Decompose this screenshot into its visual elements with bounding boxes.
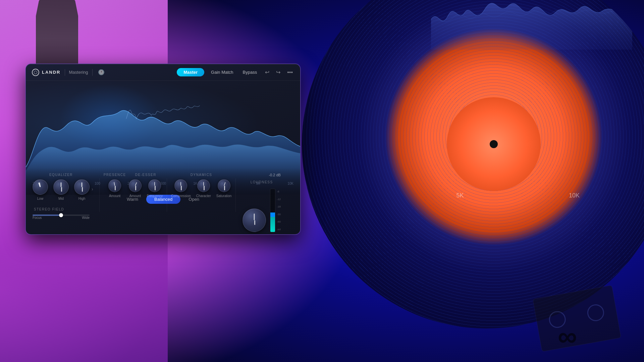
vu-fill-teal [270,217,275,232]
equalizer-section: EQUALIZER Low Mid [33,173,90,220]
deesser-amount-container: Amount [129,179,142,198]
dynamics-section: DYNAMICS Compression Character [171,173,231,198]
vu-fill-blue [270,213,275,217]
vinyl-freq-10k: 10K [569,192,580,199]
dynamics-label: DYNAMICS [171,173,231,177]
equalizer-label: EQUALIZER [33,173,90,177]
master-button[interactable]: Master [177,68,204,76]
de-esser-label: DE-ESSER [129,173,163,177]
vu-scale: -6 -12 -18 -30 -60 -inf [277,189,281,232]
deesser-freq-container: Frequency [147,179,163,198]
vinyl-waveform [431,0,632,50]
presence-amount-knob[interactable] [108,179,121,192]
bypass-button[interactable]: Bypass [240,68,260,76]
vu-meter [270,189,275,232]
plugin-header: LANDR Mastering 🕐 Master Gain Match Bypa… [26,64,300,81]
loudness-inner: Amount -6 -12 -18 -30 -60 -inf [243,189,281,235]
eq-low-knob[interactable] [33,179,48,195]
presence-amount-label: Amount [109,194,120,198]
compression-knob[interactable] [174,179,187,192]
eq-high-knob[interactable] [74,179,90,195]
eq-high-container: High [74,179,90,200]
undo-button[interactable]: ↩ [264,68,271,77]
vinyl-center-dot [490,140,498,148]
stereo-fill [33,215,62,216]
presence-amount-container: Amount [108,179,121,198]
loudness-label: LOUDNESS [243,180,281,184]
redo-button[interactable]: ↪ [275,68,282,77]
vu-meter-area: -6 -12 -18 -30 -60 -inf [270,189,281,232]
vu-label-neg12: -12 [277,198,281,201]
presence-knobs: Amount [104,179,126,198]
stereo-track [33,215,90,216]
header-separator [65,69,65,76]
expand-arrow[interactable]: › [92,186,93,192]
eq-high-label: High [78,197,86,200]
compression-label: Compression [171,194,191,198]
divider-1 [99,178,100,212]
history-button[interactable]: 🕐 [97,68,106,77]
deesser-freq-label: Frequency [147,194,163,198]
presence-label: PRESENCE [104,173,126,177]
eq-mid-container: Mid [53,179,69,200]
saturation-container: Saturation [216,179,232,198]
vu-label-neg6: -6 [277,190,281,193]
dynamics-knobs: Compression Character Saturation [171,179,231,198]
eq-mid-label: Mid [58,197,64,200]
landr-logo-icon [32,69,39,76]
infinity-symbol: ∞ [558,321,577,352]
stereo-field-section: STEREO FIELD Focus Wide [33,206,90,220]
divider-3 [235,178,236,212]
eq-low-label: Low [37,197,43,200]
vinyl-freq-5k: 5K [456,192,464,199]
saturation-label: Saturation [216,194,232,198]
plugin-window: LANDR Mastering 🕐 Master Gain Match Bypa… [25,64,301,235]
controls-area: EQUALIZER Low Mid [26,169,300,234]
presence-section: PRESENCE Amount [104,173,126,198]
more-button[interactable]: ••• [286,68,294,77]
deesser-freq-knob[interactable] [148,179,161,192]
deesser-amount-label: Amount [129,194,141,198]
deesser-amount-knob[interactable] [129,179,142,192]
character-label: Character [196,194,211,198]
loudness-db-display: -0.2 dB [269,173,280,177]
loudness-amount-container: Amount [243,208,266,235]
stereo-field-label: STEREO FIELD [34,207,64,211]
vu-label-neg60: -60 [277,220,281,223]
divider-2 [167,178,167,212]
eq-low-container: Low [33,179,48,200]
equalizer-knobs: Low Mid High [33,179,90,200]
plugin-subtitle: Mastering [69,70,88,75]
header-separator-2 [92,69,93,76]
loudness-section: -0.2 dB LOUDNESS Amount [243,173,281,235]
cassette-reel-right [586,303,605,322]
loudness-amount-knob[interactable] [243,208,266,232]
de-esser-section: DE-ESSER Amount Frequency [129,173,163,198]
stereo-slider-container [33,215,90,216]
stereo-thumb[interactable] [59,213,63,217]
compression-container: Compression [171,179,191,198]
character-knob[interactable] [197,179,210,192]
landr-logo: LANDR [32,69,61,76]
stereo-focus-label: Focus [33,216,42,220]
loudness-db-row: -0.2 dB [243,173,281,177]
eq-mid-knob[interactable] [53,179,69,195]
vu-label-inf: -inf [277,228,281,231]
stereo-wide-label: Wide [82,216,90,220]
landr-title: LANDR [42,70,61,75]
vu-label-neg18: -18 [277,205,281,208]
saturation-knob[interactable] [218,179,230,192]
de-esser-knobs: Amount Frequency [129,179,163,198]
vu-label-neg30: -30 [277,213,281,216]
gain-match-button[interactable]: Gain Match [208,68,236,76]
loudness-amount-label: Amount [249,234,260,235]
character-container: Character [196,179,211,198]
